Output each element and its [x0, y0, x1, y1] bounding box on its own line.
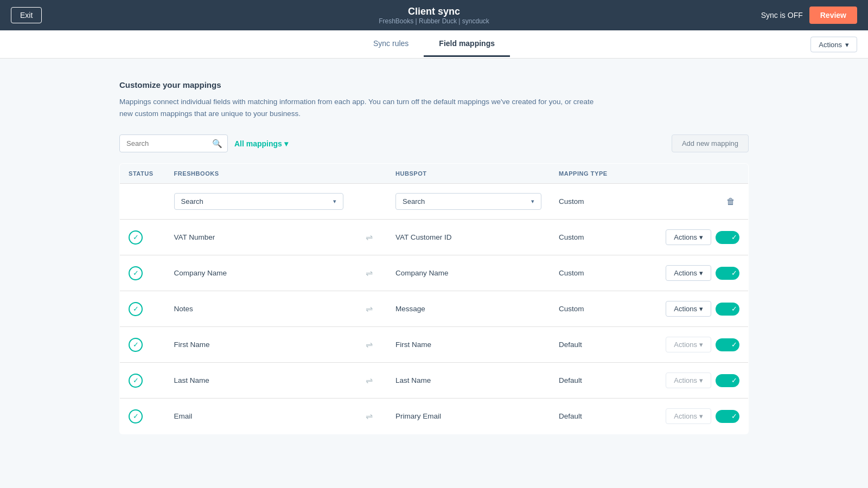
review-button[interactable]: Review: [809, 7, 857, 24]
arrow-cell-3: ⇌: [352, 291, 387, 327]
arrow-cell-6: ⇌: [352, 399, 387, 434]
chevron-down-icon: ▾: [284, 139, 288, 148]
hubspot-cell-1: VAT Customer ID: [387, 220, 550, 255]
toggle-6[interactable]: ✓: [716, 410, 739, 423]
arrow-cell-5: ⇌: [352, 363, 387, 399]
search-input[interactable]: [119, 134, 228, 152]
checkmark-icon: ✓: [133, 341, 139, 349]
table-row: ✓ Last Name ⇌ Last Name Default Actions …: [120, 363, 749, 399]
actions-button-2[interactable]: Actions ▾: [666, 265, 711, 281]
toggle-4[interactable]: ✓: [716, 338, 739, 351]
toggle-5[interactable]: ✓: [716, 374, 739, 387]
sync-arrows-icon: ⇌: [361, 268, 378, 278]
filter-left: 🔍 All mappings ▾: [119, 134, 288, 152]
table-row: ✓ Company Name ⇌ Company Name Custom Act…: [120, 255, 749, 291]
freshbooks-cell-1: VAT Number: [165, 220, 352, 255]
arrow-cell-4: ⇌: [352, 327, 387, 363]
delete-filter-button[interactable]: 🗑: [722, 195, 739, 209]
add-mapping-button[interactable]: Add new mapping: [672, 134, 749, 152]
actions-label: Actions: [674, 269, 697, 277]
checkmark-icon: ✓: [133, 305, 139, 313]
mapping-type-cell-6: Default: [550, 399, 643, 434]
app-header: Exit Client sync FreshBooks | Rubber Duc…: [0, 0, 868, 30]
status-check-icon: ✓: [129, 409, 143, 423]
all-mappings-button[interactable]: All mappings ▾: [234, 139, 288, 148]
chevron-down-icon: ▾: [699, 233, 703, 241]
freshbooks-cell-5: Last Name: [165, 363, 352, 399]
sync-arrows-icon: ⇌: [361, 232, 378, 242]
checkmark-icon: ✓: [133, 269, 139, 277]
actions-cell-4: Actions ▾ ✓: [643, 327, 749, 363]
actions-cell-6: Actions ▾ ✓: [643, 399, 749, 434]
filter-hubspot-cell: Search ▾: [387, 184, 550, 220]
freshbooks-search-select[interactable]: Search ▾: [174, 193, 343, 210]
actions-button-6[interactable]: Actions ▾: [666, 408, 711, 424]
filter-row: Search ▾ Search ▾ Custom 🗑: [120, 184, 749, 220]
toggle-3[interactable]: ✓: [716, 303, 739, 316]
checkmark-icon: ✓: [133, 376, 139, 384]
table-header: STATUS FRESHBOOKS HUBSPOT MAPPING TYPE: [120, 164, 749, 184]
mappings-table: STATUS FRESHBOOKS HUBSPOT MAPPING TYPE S…: [119, 163, 749, 434]
filter-mapping-type-cell: Custom: [550, 184, 643, 220]
status-cell-4: ✓: [120, 327, 165, 363]
toggle-check-icon: ✓: [731, 233, 737, 241]
status-cell-3: ✓: [120, 291, 165, 327]
exit-button[interactable]: Exit: [11, 7, 42, 23]
app-subtitle: FreshBooks | Rubber Duck | syncduck: [379, 17, 489, 25]
mapping-type-cell-3: Custom: [550, 291, 643, 327]
status-cell-2: ✓: [120, 255, 165, 291]
toggle-check-icon: ✓: [731, 412, 737, 420]
search-wrap: 🔍: [119, 134, 228, 152]
actions-label: Actions: [674, 376, 697, 384]
checkmark-icon: ✓: [133, 412, 139, 420]
status-check-icon: ✓: [129, 338, 143, 352]
actions-button-1[interactable]: Actions ▾: [666, 229, 711, 245]
actions-button-4[interactable]: Actions ▾: [666, 337, 711, 352]
filter-row: 🔍 All mappings ▾ Add new mapping: [119, 134, 749, 152]
chevron-down-icon: ▾: [333, 198, 336, 205]
status-check-icon: ✓: [129, 302, 143, 316]
col-header-hubspot: HUBSPOT: [387, 164, 550, 184]
actions-label: Actions: [674, 412, 697, 420]
freshbooks-cell-4: First Name: [165, 327, 352, 363]
col-header-freshbooks: FRESHBOOKS: [165, 164, 352, 184]
header-right: Sync is OFF Review: [761, 7, 857, 24]
status-check-icon: ✓: [129, 266, 143, 280]
freshbooks-cell-2: Company Name: [165, 255, 352, 291]
tabs-actions: Actions ▾: [810, 36, 857, 52]
actions-button-5[interactable]: Actions ▾: [666, 373, 711, 388]
col-header-arrow: [352, 164, 387, 184]
toggle-2[interactable]: ✓: [716, 267, 739, 280]
actions-label: Actions: [674, 233, 697, 241]
tab-field-mappings[interactable]: Field mappings: [424, 31, 510, 57]
col-header-mapping-type: MAPPING TYPE: [550, 164, 643, 184]
table-row: ✓ Notes ⇌ Message Custom Actions ▾ ✓: [120, 291, 749, 327]
chevron-down-icon: ▾: [699, 412, 703, 420]
toggle-1[interactable]: ✓: [716, 231, 739, 244]
tab-sync-rules[interactable]: Sync rules: [358, 31, 424, 57]
actions-button-3[interactable]: Actions ▾: [666, 301, 711, 317]
col-header-actions: [643, 164, 749, 184]
hubspot-cell-4: First Name: [387, 327, 550, 363]
mapping-type-cell-4: Default: [550, 327, 643, 363]
checkmark-icon: ✓: [133, 233, 139, 241]
status-check-icon: ✓: [129, 230, 143, 245]
status-cell-5: ✓: [120, 363, 165, 399]
filter-arrow-cell: [352, 184, 387, 220]
tab-actions-label: Actions: [819, 40, 842, 48]
tabs-container: Sync rules Field mappings: [358, 31, 510, 57]
tab-actions-button[interactable]: Actions ▾: [810, 36, 857, 52]
status-cell-1: ✓: [120, 220, 165, 255]
hubspot-cell-2: Company Name: [387, 255, 550, 291]
sync-arrows-icon: ⇌: [361, 411, 378, 421]
freshbooks-search-label: Search: [181, 197, 203, 206]
hubspot-search-select[interactable]: Search ▾: [395, 193, 541, 210]
mapping-type-cell-2: Custom: [550, 255, 643, 291]
header-center: Client sync FreshBooks | Rubber Duck | s…: [379, 6, 489, 25]
chevron-down-icon: ▾: [699, 376, 703, 384]
filter-actions-cell: 🗑: [643, 184, 749, 220]
sync-status: Sync is OFF: [761, 11, 803, 20]
arrow-cell-2: ⇌: [352, 255, 387, 291]
section-desc: Mappings connect individual fields with …: [119, 96, 608, 119]
actions-cell-5: Actions ▾ ✓: [643, 363, 749, 399]
